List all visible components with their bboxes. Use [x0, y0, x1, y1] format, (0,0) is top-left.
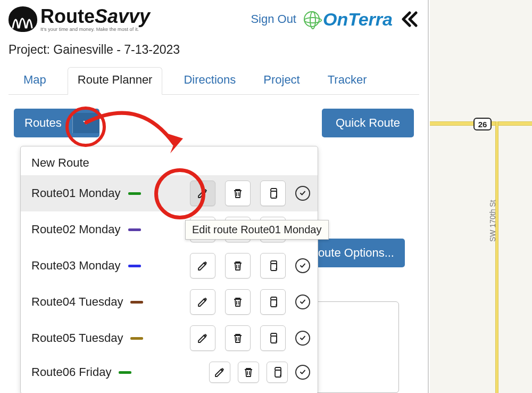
edit-route-button[interactable]	[190, 181, 215, 206]
tab-directions[interactable]: Directions	[177, 68, 242, 94]
route-item-actions	[190, 325, 310, 351]
delete-route-button[interactable]	[225, 253, 251, 279]
route-item-color	[128, 228, 141, 231]
route-item-label: Route05 Tuesday	[31, 331, 123, 345]
brand-savvy: Savvy	[95, 5, 150, 27]
double-chevron-left-icon	[400, 10, 419, 29]
route-item[interactable]: Route01 Monday	[21, 175, 318, 211]
delete-route-button[interactable]	[238, 362, 259, 383]
select-route-toggle[interactable]	[295, 294, 310, 309]
highway-shield: 26	[473, 118, 492, 130]
copy-route-button[interactable]	[260, 289, 286, 315]
delete-route-icon	[231, 187, 244, 200]
route-item-label: Route01 Monday	[31, 186, 121, 200]
delete-route-icon	[231, 296, 244, 308]
tab-map[interactable]: Map	[17, 68, 53, 94]
route-item-actions	[190, 181, 310, 206]
routes-dropdown-menu: New Route Route01 MondayRoute02 MondayRo…	[20, 146, 318, 393]
map-road-vertical	[495, 121, 498, 393]
check-icon	[298, 298, 307, 306]
tab-tracker[interactable]: Tracker	[321, 68, 373, 94]
sign-out-link[interactable]: Sign Out	[251, 12, 296, 26]
copy-route-icon	[271, 366, 284, 379]
new-route-item[interactable]: New Route	[21, 150, 318, 175]
delete-route-icon	[242, 366, 255, 379]
edit-route-icon	[196, 187, 209, 200]
copy-route-button[interactable]	[260, 253, 286, 279]
edit-route-button[interactable]	[190, 325, 215, 351]
header: RouteSavvy It's your time and money. Mak…	[9, 6, 419, 32]
route-item-color	[119, 371, 131, 374]
partner-logo[interactable]: OnTerra	[304, 9, 393, 30]
quick-route-button[interactable]: Quick Route	[322, 109, 414, 137]
project-title: Project: Gainesville - 7-13-2023	[9, 43, 419, 57]
edit-route-button[interactable]	[209, 362, 230, 383]
route-item-color	[128, 192, 141, 195]
edit-route-icon	[196, 259, 209, 272]
routes-dropdown-caret[interactable]	[72, 113, 99, 133]
route-item-color	[130, 337, 143, 340]
map-canvas[interactable]: 26 SW 170th St	[430, 0, 532, 393]
route-item[interactable]: Route06 Friday	[21, 356, 318, 388]
delete-route-button[interactable]	[225, 181, 251, 206]
route-item-label: Route06 Friday	[31, 365, 111, 379]
route-item-color	[128, 265, 141, 267]
select-route-toggle[interactable]	[295, 258, 310, 273]
check-icon	[298, 261, 307, 270]
route-item-actions	[190, 289, 310, 315]
copy-route-icon	[267, 187, 279, 200]
route-item-color	[130, 301, 143, 304]
edit-route-icon	[213, 366, 226, 379]
route-item-label: Route02 Monday	[31, 223, 121, 236]
edit-route-button[interactable]	[190, 289, 215, 315]
delete-route-icon	[231, 332, 244, 345]
copy-route-icon	[267, 259, 279, 272]
toolbar: Routes Quick Route	[9, 109, 419, 137]
brand-route: Route	[40, 5, 95, 27]
tab-route-planner[interactable]: Route Planner	[68, 67, 163, 95]
check-icon	[298, 189, 307, 198]
brand-logo: RouteSavvy It's your time and money. Mak…	[9, 6, 150, 32]
street-label: SW 170th St	[488, 200, 497, 242]
check-icon	[298, 368, 307, 376]
copy-route-button[interactable]	[260, 181, 286, 206]
edit-route-icon	[196, 296, 209, 308]
copy-route-button[interactable]	[260, 325, 286, 351]
select-route-toggle[interactable]	[295, 365, 310, 380]
tab-project[interactable]: Project	[257, 68, 306, 94]
routes-button-label: Routes	[14, 109, 72, 137]
brand-logo-badge	[9, 6, 37, 32]
copy-route-icon	[267, 296, 279, 308]
route-item[interactable]: Route05 Tuesday	[21, 320, 318, 356]
route-item-label: Route04 Tuesday	[31, 295, 123, 309]
route-item-label: Route03 Monday	[31, 259, 121, 273]
partner-name: OnTerra	[323, 9, 393, 30]
route-item[interactable]: Route04 Tuesday	[21, 284, 318, 320]
route-item-actions	[209, 362, 310, 383]
tab-bar: Map Route Planner Directions Project Tra…	[9, 67, 419, 95]
route-options-label: Route Options...	[310, 246, 394, 259]
delete-route-button[interactable]	[225, 289, 251, 315]
highway-number: 26	[478, 120, 487, 129]
delete-route-button[interactable]	[225, 325, 251, 351]
check-icon	[298, 334, 307, 342]
brand-logo-text: RouteSavvy It's your time and money. Mak…	[40, 7, 150, 32]
edit-route-icon	[196, 332, 209, 345]
brand-tagline: It's your time and money. Make the most …	[40, 27, 150, 32]
collapse-panel-button[interactable]	[400, 10, 419, 29]
route-item-actions	[190, 253, 310, 279]
globe-icon	[304, 11, 320, 27]
select-route-toggle[interactable]	[295, 186, 310, 201]
edit-route-button[interactable]	[190, 253, 215, 279]
select-route-toggle[interactable]	[295, 331, 310, 346]
edit-route-tooltip: Edit route Route01 Monday	[185, 220, 329, 240]
delete-route-icon	[231, 259, 244, 272]
routes-dropdown-button[interactable]: Routes	[14, 109, 99, 137]
header-right: Sign Out OnTerra	[251, 9, 419, 30]
copy-route-button[interactable]	[267, 362, 288, 383]
route-item[interactable]: Route03 Monday	[21, 248, 318, 284]
copy-route-icon	[267, 332, 279, 345]
caret-down-icon	[82, 120, 90, 126]
